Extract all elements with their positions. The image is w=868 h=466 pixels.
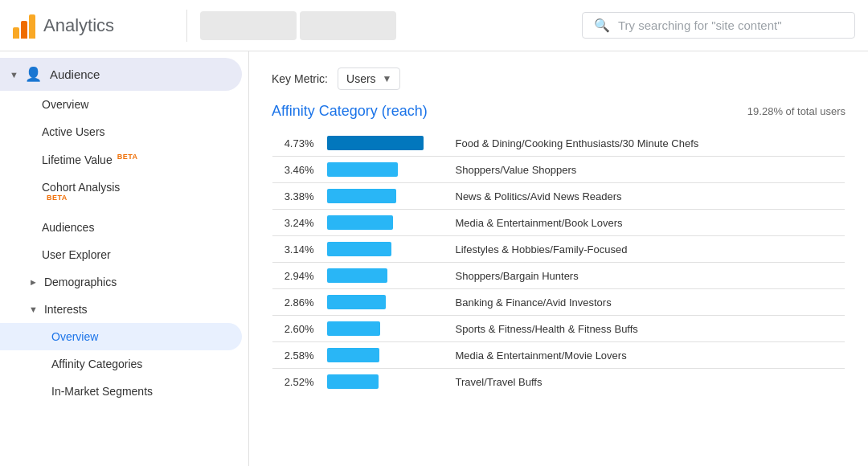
sidebar-demographics-section[interactable]: ► Demographics: [0, 268, 248, 296]
beta-badge-lifetime: BETA: [117, 153, 138, 161]
interests-label: Interests: [44, 303, 88, 316]
table-row: 3.46%Shoppers/Value Shoppers: [272, 157, 845, 183]
bar-label: Food & Dining/Cooking Enthusiasts/30 Min…: [449, 130, 845, 157]
bar-label: Banking & Finance/Avid Investors: [449, 289, 845, 316]
sidebar-item-overview[interactable]: Overview: [0, 91, 248, 118]
bar-label: Travel/Travel Buffs: [449, 369, 845, 395]
bar-visual: [327, 321, 380, 336]
sidebar-item-interests-overview[interactable]: Overview: [0, 323, 242, 350]
metric-bar: Key Metric: Users ▼: [272, 67, 845, 90]
bar-label: Shoppers/Value Shoppers: [449, 157, 845, 183]
bar-cell: [321, 263, 449, 289]
bar-label: Shoppers/Bargain Hunters: [449, 263, 845, 289]
pct-cell: 2.86%: [272, 289, 321, 316]
breadcrumb-tab-2: [300, 11, 396, 40]
pct-cell: 4.73%: [272, 130, 321, 157]
sidebar-item-lifetime-value[interactable]: Lifetime ValueBETA: [0, 145, 248, 174]
table-row: 3.14%Lifestyles & Hobbies/Family-Focused: [272, 236, 845, 263]
search-bar[interactable]: 🔍 Try searching for "site content": [582, 12, 855, 39]
bar-visual: [327, 295, 386, 309]
pct-cell: 2.52%: [272, 369, 321, 395]
logo-area: Analytics: [13, 13, 174, 39]
bar-label: Sports & Fitness/Health & Fitness Buffs: [449, 316, 845, 342]
bar-cell: [321, 342, 449, 369]
sidebar-audience-section[interactable]: ▼ 👤 Audience: [0, 58, 242, 91]
table-row: 2.58%Media & Entertainment/Movie Lovers: [272, 342, 845, 369]
audience-caret-icon: ▼: [10, 70, 18, 80]
chart-header: Affinity Category (reach) 19.28% of tota…: [272, 103, 845, 120]
bar-cell: [321, 369, 449, 395]
sidebar-item-audiences[interactable]: Audiences: [0, 214, 248, 241]
table-row: 3.24%Media & Entertainment/Book Lovers: [272, 210, 845, 236]
bar-visual: [327, 189, 396, 203]
demographics-label: Demographics: [44, 276, 117, 288]
pct-cell: 2.60%: [272, 316, 321, 342]
bar-visual: [327, 162, 398, 177]
audience-section-label: Audience: [50, 67, 100, 81]
bar-label: Lifestyles & Hobbies/Family-Focused: [449, 236, 845, 263]
beta-badge-cohort: BETA: [47, 194, 68, 202]
table-row: 2.52%Travel/Travel Buffs: [272, 369, 845, 395]
table-row: 4.73%Food & Dining/Cooking Enthusiasts/3…: [272, 130, 845, 157]
pct-cell: 3.38%: [272, 183, 321, 210]
bar-label: News & Politics/Avid News Readers: [449, 183, 845, 210]
metric-select-dropdown[interactable]: Users ▼: [338, 67, 400, 90]
bar-cell: [321, 183, 449, 210]
demographics-caret-icon: ►: [29, 277, 38, 287]
affinity-chart-table: 4.73%Food & Dining/Cooking Enthusiasts/3…: [272, 129, 845, 395]
search-placeholder-text: Try searching for "site content": [618, 18, 782, 32]
table-row: 2.86%Banking & Finance/Avid Investors: [272, 289, 845, 316]
key-metric-label: Key Metric:: [272, 72, 328, 85]
interests-caret-icon: ▼: [29, 305, 38, 314]
pct-cell: 2.58%: [272, 342, 321, 369]
pct-cell: 3.46%: [272, 157, 321, 183]
app-title: Analytics: [43, 15, 114, 36]
table-row: 2.60%Sports & Fitness/Health & Fitness B…: [272, 316, 845, 342]
main-content: Key Metric: Users ▼ Affinity Category (r…: [249, 51, 868, 466]
sidebar-interests-section[interactable]: ▼ Interests: [0, 296, 248, 323]
logo-bar-1: [13, 27, 19, 39]
sidebar-item-in-market-segments[interactable]: In-Market Segments: [0, 378, 248, 405]
search-icon: 🔍: [594, 18, 610, 33]
bar-visual: [327, 268, 387, 283]
sidebar-item-user-explorer[interactable]: User Explorer: [0, 241, 248, 268]
app-body: ▼ 👤 Audience Overview Active Users Lifet…: [0, 51, 868, 466]
metric-select-value: Users: [346, 72, 376, 85]
bar-cell: [321, 210, 449, 236]
analytics-logo-icon: [13, 13, 35, 39]
sidebar-item-active-users[interactable]: Active Users: [0, 118, 248, 145]
breadcrumb-tabs: [200, 11, 582, 40]
sidebar-item-affinity-categories[interactable]: Affinity Categories: [0, 350, 248, 378]
bar-cell: [321, 236, 449, 263]
chart-title: Affinity Category (reach): [272, 103, 428, 120]
bar-cell: [321, 130, 449, 157]
bar-cell: [321, 289, 449, 316]
pct-cell: 2.94%: [272, 263, 321, 289]
pct-cell: 3.14%: [272, 236, 321, 263]
bar-label: Media & Entertainment/Movie Lovers: [449, 342, 845, 369]
metric-dropdown-arrow-icon: ▼: [383, 73, 392, 84]
bar-visual: [327, 242, 391, 256]
app-header: Analytics 🔍 Try searching for "site cont…: [0, 0, 868, 51]
chart-summary: 19.28% of total users: [747, 105, 845, 117]
breadcrumb-tab-1: [200, 11, 297, 40]
sidebar-item-cohort-analysis[interactable]: Cohort Analysis BETA: [0, 174, 248, 215]
bar-label: Media & Entertainment/Book Lovers: [449, 210, 845, 236]
pct-cell: 3.24%: [272, 210, 321, 236]
bar-visual: [327, 136, 424, 150]
table-row: 2.94%Shoppers/Bargain Hunters: [272, 263, 845, 289]
bar-visual: [327, 215, 393, 230]
bar-visual: [327, 374, 379, 389]
header-divider: [186, 10, 187, 42]
logo-bar-3: [29, 14, 35, 39]
bar-visual: [327, 348, 379, 362]
bar-cell: [321, 316, 449, 342]
table-row: 3.38%News & Politics/Avid News Readers: [272, 183, 845, 210]
bar-cell: [321, 157, 449, 183]
sidebar: ▼ 👤 Audience Overview Active Users Lifet…: [0, 51, 249, 466]
logo-bar-2: [21, 21, 27, 39]
audience-user-icon: 👤: [25, 66, 42, 83]
